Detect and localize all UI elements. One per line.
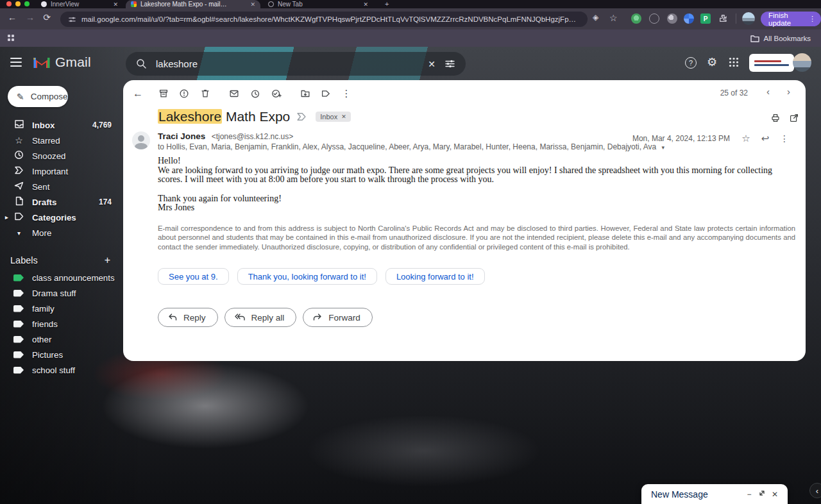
- message-more-icon[interactable]: ⋮: [775, 133, 794, 144]
- school-logo-badge[interactable]: [749, 54, 794, 72]
- sidebar-item-categories[interactable]: ▸ Categories: [0, 210, 122, 225]
- archive-icon[interactable]: [155, 85, 172, 102]
- older-email-icon[interactable]: ›: [787, 86, 790, 97]
- label-item-other[interactable]: other: [0, 332, 122, 347]
- tab-gmail[interactable]: Lakeshore Math Expo - mail… ✕: [126, 0, 260, 8]
- remove-label-icon[interactable]: ✕: [341, 113, 346, 120]
- recipients-line[interactable]: to Hollis, Evan, Maria, Benjamin, Frankl…: [158, 142, 664, 151]
- extension-icon-3[interactable]: [667, 13, 677, 24]
- extension-icon-5[interactable]: P: [700, 13, 711, 24]
- print-icon[interactable]: [770, 112, 781, 126]
- labels-icon[interactable]: [317, 85, 334, 102]
- search-input[interactable]: lakeshore: [156, 58, 419, 69]
- window-close-dot[interactable]: [6, 1, 12, 6]
- inbox-chip[interactable]: Inbox ✕: [316, 112, 350, 122]
- sender-avatar[interactable]: [132, 131, 150, 149]
- tab-close-icon[interactable]: ✕: [113, 1, 118, 8]
- close-compose-icon[interactable]: ✕: [768, 490, 781, 499]
- settings-gear-icon[interactable]: ⚙: [707, 55, 717, 69]
- forward-icon[interactable]: →: [23, 12, 37, 22]
- sidebar-item-important[interactable]: Important: [0, 164, 122, 179]
- side-panel-grid-icon[interactable]: [8, 35, 15, 42]
- create-label-icon[interactable]: +: [105, 255, 110, 266]
- all-bookmarks-button[interactable]: All Bookmarks: [750, 29, 811, 47]
- label-item-class-announcements[interactable]: class announcements: [0, 270, 122, 285]
- clear-search-icon[interactable]: ✕: [428, 59, 436, 69]
- google-apps-grid-icon[interactable]: [729, 57, 739, 67]
- search-bar[interactable]: lakeshore ✕: [126, 52, 466, 76]
- site-permissions-icon[interactable]: ◈: [593, 13, 598, 22]
- sidebar-item-sent[interactable]: Sent: [0, 179, 122, 194]
- extensions-puzzle-icon[interactable]: [718, 13, 729, 24]
- reply-button[interactable]: Reply: [158, 308, 218, 327]
- reload-icon[interactable]: ⟳: [40, 12, 54, 22]
- reply-all-button[interactable]: Reply all: [224, 308, 297, 327]
- browser-menu-dots-icon[interactable]: ⋮: [809, 15, 816, 23]
- sidebar-item-inbox[interactable]: Inbox 4,769: [0, 117, 122, 133]
- tab-new-tab[interactable]: New Tab ✕: [263, 0, 373, 8]
- window-minimize-dot[interactable]: [15, 1, 21, 6]
- back-icon[interactable]: ←: [5, 12, 19, 22]
- label-item-family[interactable]: family: [0, 301, 122, 316]
- email-meta: Mon, Mar 4, 2024, 12:13 PM ☆ ↩ ⋮: [632, 133, 794, 144]
- side-panel-collapse-button[interactable]: ‹: [809, 483, 821, 498]
- mark-unread-icon[interactable]: [226, 85, 242, 102]
- bookmark-star-icon[interactable]: ☆: [609, 13, 618, 23]
- forward-button[interactable]: Forward: [303, 308, 373, 327]
- search-options-icon[interactable]: [444, 58, 455, 69]
- label-item-school-stuff[interactable]: school stuff: [0, 362, 122, 378]
- show-details-icon[interactable]: ▾: [662, 144, 665, 151]
- browser-profile-avatar[interactable]: [742, 12, 755, 25]
- search-icon[interactable]: [136, 58, 147, 69]
- tab-close-icon[interactable]: ✕: [250, 1, 255, 8]
- url-text: mail.google.com/mail/u/0/?tab=rm&ogbl#se…: [81, 15, 580, 23]
- sidebar-item-more[interactable]: ▾ More: [0, 225, 122, 240]
- url-bar[interactable]: mail.google.com/mail/u/0/?tab=rm&ogbl#se…: [60, 12, 588, 27]
- add-to-tasks-icon[interactable]: [268, 85, 285, 102]
- smart-reply-3[interactable]: Looking forward to it!: [385, 268, 485, 285]
- site-info-icon[interactable]: [68, 15, 76, 24]
- minimize-icon[interactable]: −: [743, 490, 756, 499]
- delete-icon[interactable]: [197, 85, 214, 102]
- finish-update-button[interactable]: Finish update ⋮: [761, 12, 821, 26]
- new-message-popup[interactable]: New Message − ✕: [641, 484, 788, 504]
- new-tab-button[interactable]: +: [385, 0, 389, 8]
- more-options-icon[interactable]: ⋮: [338, 85, 355, 102]
- label-swatch-icon: [13, 351, 24, 358]
- popout-icon[interactable]: [756, 489, 768, 499]
- compose-button[interactable]: ✎ Compose: [8, 86, 68, 107]
- smart-reply-2[interactable]: Thank you, looking forward to it!: [237, 268, 377, 285]
- extension-icon-2[interactable]: [649, 13, 659, 24]
- back-to-list-icon[interactable]: ←: [130, 85, 146, 102]
- sidebar-item-drafts[interactable]: Drafts 174: [0, 194, 122, 210]
- account-avatar[interactable]: [793, 53, 811, 72]
- label-item-friends[interactable]: friends: [0, 316, 122, 332]
- gmail-logo[interactable]: Gmail: [33, 55, 91, 70]
- importance-marker-icon[interactable]: [296, 112, 307, 121]
- sidebar-item-starred[interactable]: ☆ Starred: [0, 133, 122, 148]
- tab-innerview[interactable]: InnerView ✕: [36, 0, 123, 8]
- email-card: ← ⋮: [123, 80, 806, 361]
- inbox-count: 4,769: [92, 121, 112, 130]
- move-to-icon[interactable]: [297, 85, 314, 102]
- report-spam-icon[interactable]: [176, 85, 192, 102]
- body-paragraph: We are looking forward to you arriving t…: [158, 166, 799, 185]
- star-message-icon[interactable]: ☆: [736, 133, 756, 144]
- main-menu-icon[interactable]: [10, 58, 22, 67]
- sidebar-item-snoozed[interactable]: Snoozed: [0, 148, 122, 164]
- tab-close-icon[interactable]: ✕: [363, 1, 368, 8]
- reply-icon[interactable]: ↩: [756, 133, 775, 144]
- snooze-icon[interactable]: [247, 85, 264, 102]
- label-item-pictures[interactable]: Pictures: [0, 347, 122, 362]
- newer-email-icon[interactable]: ‹: [766, 86, 770, 97]
- extension-icon-4[interactable]: [684, 13, 694, 24]
- label-item-drama-stuff[interactable]: Drama stuff: [0, 285, 122, 301]
- window-zoom-dot[interactable]: [24, 1, 30, 6]
- help-icon[interactable]: ?: [685, 57, 697, 69]
- smart-reply-1[interactable]: See you at 9.: [158, 268, 229, 285]
- tab-title: InnerView: [51, 1, 109, 8]
- expand-caret-icon[interactable]: ▸: [5, 214, 8, 221]
- open-in-new-window-icon[interactable]: [788, 112, 800, 126]
- gmail-header: Gmail lakeshore ✕ ? ⚙: [0, 47, 821, 79]
- extension-icon-1[interactable]: [631, 13, 641, 24]
